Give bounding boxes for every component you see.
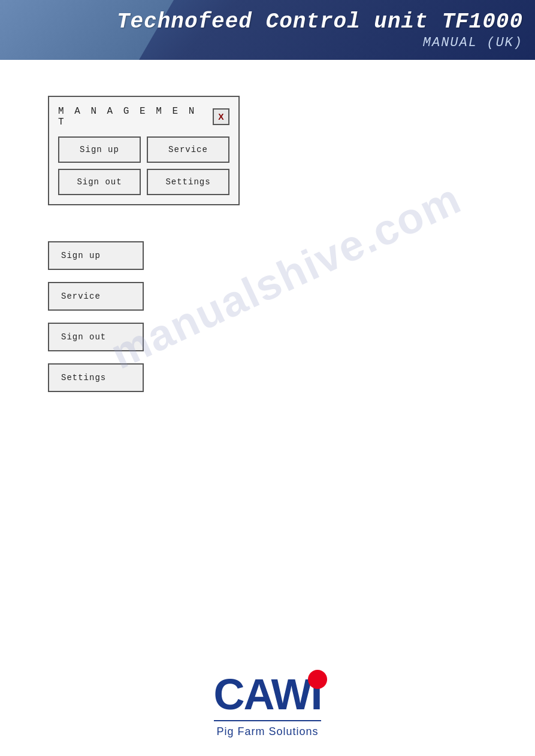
mgmt-sign-out-button[interactable]: Sign out [58,169,141,195]
main-content: M A N A G E M E N T X Sign up Service Si… [0,60,535,452]
logo-divider [214,720,322,721]
individual-buttons-section: Sign up Service Sign out Settings [48,241,487,392]
logo-text: CAWI [214,670,322,718]
close-button[interactable]: X [213,108,229,125]
sign-up-button[interactable]: Sign up [48,241,144,270]
logo-dot [308,670,327,689]
service-button[interactable]: Service [48,282,144,311]
header-subtitle: MANUAL (UK) [423,35,523,50]
mgmt-service-button[interactable]: Service [147,136,229,163]
mgmt-sign-up-button[interactable]: Sign up [58,136,141,163]
management-title: M A N A G E M E N T [58,106,213,127]
logo-tagline: Pig Farm Solutions [216,725,318,738]
sign-out-button[interactable]: Sign out [48,323,144,351]
footer-logo: CAWI Pig Farm Solutions [214,673,322,738]
cawi-logo: CAWI [214,673,322,716]
management-dialog: M A N A G E M E N T X Sign up Service Si… [48,96,240,205]
mgmt-settings-button[interactable]: Settings [147,169,229,195]
page-header: Technofeed Control unit TF1000 MANUAL (U… [0,0,535,60]
header-title: Technofeed Control unit TF1000 [117,10,523,34]
management-buttons-grid: Sign up Service Sign out Settings [58,136,229,195]
management-header: M A N A G E M E N T X [58,106,229,127]
settings-button[interactable]: Settings [48,363,144,392]
